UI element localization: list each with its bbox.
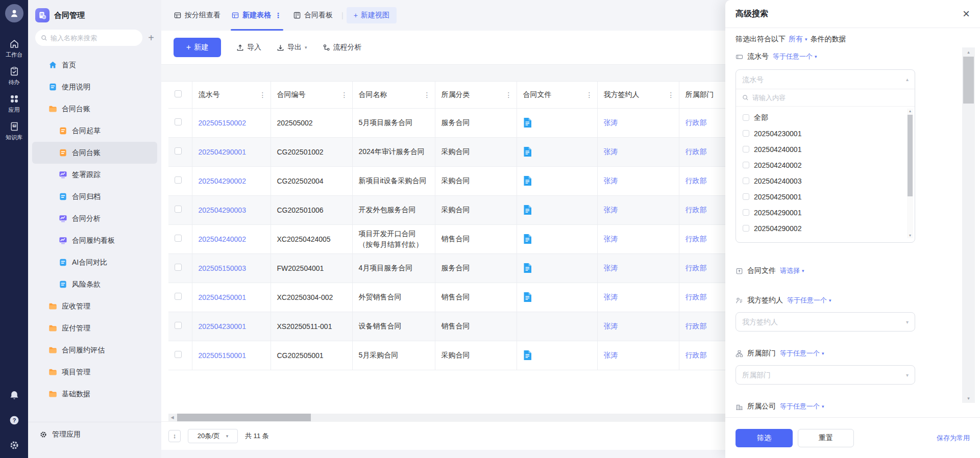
tab-menu-icon[interactable]: ⋮: [275, 11, 282, 19]
signer-link[interactable]: 张涛: [604, 264, 618, 272]
page-size-select[interactable]: 20条/页 ▾: [188, 429, 238, 443]
serial-combo-input[interactable]: [742, 75, 902, 84]
export-button[interactable]: 导出 ▾: [277, 43, 307, 52]
condition-mode-select[interactable]: 所有 ▾: [789, 35, 807, 44]
scrollbar-thumb[interactable]: [963, 57, 974, 104]
column-header-contract-no[interactable]: 合同编号⋮: [271, 82, 352, 108]
rail-item-workbench[interactable]: 工作台: [6, 39, 22, 59]
import-button[interactable]: 导入: [236, 43, 261, 52]
signer-link[interactable]: 张涛: [604, 147, 618, 156]
operator-select[interactable]: 请选择▾: [780, 266, 804, 275]
row-checkbox[interactable]: [175, 206, 182, 213]
sidebar-item-usage-guide[interactable]: 使用说明: [32, 76, 157, 98]
rail-item-apps[interactable]: 应用: [6, 94, 22, 114]
scroll-left-icon[interactable]: ◀: [168, 414, 176, 421]
serial-link[interactable]: 202505150003: [199, 264, 246, 272]
sidebar-search[interactable]: [35, 30, 142, 46]
new-button[interactable]: + 新建: [174, 38, 221, 57]
sidebar-item-performance-evaluation[interactable]: 合同履约评估: [32, 339, 157, 361]
operator-select[interactable]: 等于任意一个▾: [773, 52, 817, 61]
operator-select[interactable]: 等于任意一个▾: [780, 349, 824, 358]
dropdown-option-202504240001[interactable]: 202504240001: [736, 141, 915, 157]
sidebar-search-input[interactable]: [51, 34, 137, 42]
department-link[interactable]: 行政部: [685, 322, 707, 330]
row-checkbox[interactable]: [175, 118, 182, 125]
column-menu-icon[interactable]: ⋮: [668, 91, 675, 99]
contract-file-icon[interactable]: [523, 205, 591, 215]
department-link[interactable]: 行政部: [685, 206, 707, 214]
row-checkbox[interactable]: [175, 147, 182, 155]
signer-link[interactable]: 张涛: [604, 351, 618, 359]
sidebar-item-contract-draft[interactable]: 合同起草: [32, 120, 157, 142]
serial-link[interactable]: 202504290003: [199, 206, 246, 214]
serial-link[interactable]: 202505150002: [199, 119, 246, 127]
column-menu-icon[interactable]: ⋮: [505, 91, 512, 99]
serial-link[interactable]: 202504240002: [199, 235, 246, 243]
scroll-down-icon[interactable]: ▾: [909, 233, 911, 238]
serial-link[interactable]: 202504250001: [199, 293, 246, 301]
dropdown-search-input[interactable]: [752, 94, 909, 101]
sidebar-item-contract-archive[interactable]: 合同归档: [32, 186, 157, 208]
column-menu-icon[interactable]: ⋮: [424, 91, 431, 99]
rail-bell-button[interactable]: [9, 390, 20, 401]
signer-link[interactable]: 张涛: [604, 176, 618, 185]
contract-file-icon[interactable]: [523, 263, 591, 273]
close-icon[interactable]: ×: [963, 8, 970, 20]
save-as-favorite-link[interactable]: 保存为常用: [937, 434, 970, 443]
department-select-input[interactable]: [742, 371, 902, 379]
tab-new-view[interactable]: +新建视图: [347, 7, 397, 23]
option-checkbox[interactable]: [743, 209, 749, 216]
dropdown-option-202504290002[interactable]: 202504290002: [736, 220, 915, 236]
operator-select[interactable]: 等于任意一个▾: [780, 402, 824, 411]
contract-file-icon[interactable]: [523, 117, 591, 128]
contract-file-icon[interactable]: [523, 146, 591, 157]
row-checkbox[interactable]: [175, 351, 182, 358]
reset-button[interactable]: 重置: [798, 429, 854, 447]
signer-select[interactable]: ▾: [736, 312, 915, 332]
option-checkbox[interactable]: [743, 114, 749, 121]
sidebar-item-home[interactable]: 首页: [32, 54, 157, 76]
dropdown-option-202504230001[interactable]: 202504230001: [736, 125, 915, 141]
serial-link[interactable]: 202505150001: [199, 351, 246, 360]
dropdown-search[interactable]: [736, 89, 915, 107]
contract-file-icon[interactable]: [523, 234, 591, 244]
signer-link[interactable]: 张涛: [604, 235, 618, 243]
sidebar-item-receivables[interactable]: 应收管理: [32, 295, 157, 317]
drawer-scrollbar[interactable]: ▴ ▾: [962, 47, 975, 403]
column-menu-icon[interactable]: ⋮: [341, 91, 348, 99]
serial-link[interactable]: 202504290002: [199, 177, 246, 185]
flow-analysis-button[interactable]: 流程分析: [323, 43, 362, 52]
rail-settings-button[interactable]: [9, 440, 20, 451]
dropdown-option-202504250001[interactable]: 202504250001: [736, 189, 915, 205]
row-checkbox[interactable]: [175, 322, 182, 329]
tab-group-view[interactable]: 按分组查看: [168, 0, 226, 31]
contract-file-icon[interactable]: [523, 350, 591, 361]
sidebar-item-signing-tracking[interactable]: 签署跟踪: [32, 164, 157, 186]
column-header-contract-file[interactable]: 合同文件⋮: [517, 82, 597, 108]
sidebar-item-base-data[interactable]: 基础数据: [32, 383, 157, 405]
column-header-contract-name[interactable]: 合同名称⋮: [352, 82, 435, 108]
serial-link[interactable]: 202504290001: [199, 148, 246, 156]
serial-link[interactable]: 202504230001: [199, 322, 246, 330]
contract-file-icon[interactable]: [523, 175, 591, 186]
option-checkbox[interactable]: [743, 225, 749, 232]
scroll-down-icon[interactable]: ▾: [967, 395, 970, 401]
scroll-up-icon[interactable]: ▴: [967, 49, 970, 55]
signer-link[interactable]: 张涛: [604, 322, 618, 330]
row-height-icon[interactable]: ↕: [168, 430, 181, 442]
tab-contract-board[interactable]: 合同看板: [288, 0, 338, 31]
dropdown-option-all[interactable]: 全部: [736, 110, 915, 125]
user-avatar[interactable]: [5, 4, 23, 22]
department-link[interactable]: 行政部: [685, 351, 707, 359]
sidebar-item-performance-board[interactable]: 合同履约看板: [32, 230, 157, 251]
option-checkbox[interactable]: [743, 130, 749, 137]
sidebar-item-payables[interactable]: 应付管理: [32, 317, 157, 339]
dropdown-option-202504240003[interactable]: 202504240003: [736, 173, 915, 189]
signer-link[interactable]: 张涛: [604, 118, 618, 126]
dropdown-scrollbar[interactable]: ▴ ▾: [907, 109, 913, 238]
scrollbar-thumb[interactable]: [177, 414, 311, 421]
department-link[interactable]: 行政部: [685, 293, 707, 301]
column-header-signer[interactable]: 我方签约人⋮: [597, 82, 679, 108]
signer-link[interactable]: 张涛: [604, 206, 618, 214]
department-select[interactable]: ▾: [736, 365, 915, 385]
